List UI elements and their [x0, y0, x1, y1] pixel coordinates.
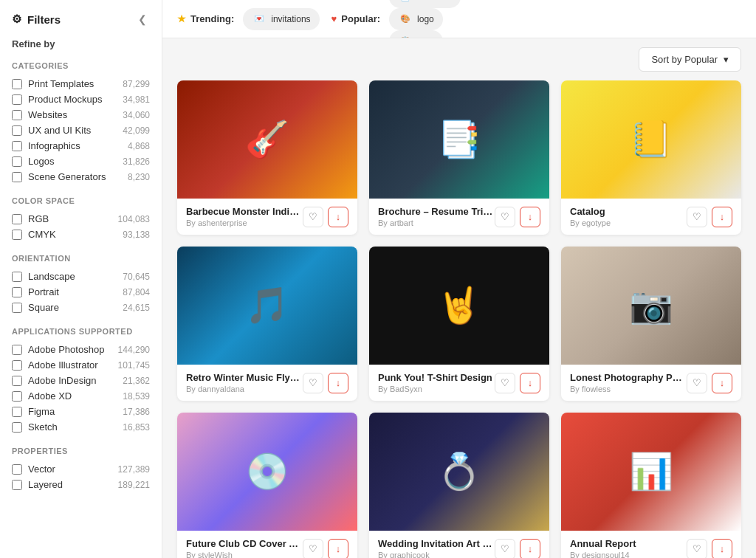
popular-tag-chip[interactable]: 📄brochure [389, 0, 461, 8]
filter-item[interactable]: Websites 34,060 [12, 107, 150, 123]
filter-count: 104,083 [118, 214, 150, 224]
filter-item[interactable]: Adobe InDesign 21,362 [12, 373, 150, 388]
filter-checkbox[interactable] [12, 125, 22, 136]
filter-item[interactable]: Scene Generators 8,230 [12, 169, 150, 185]
filter-checkbox[interactable] [12, 464, 22, 475]
filter-item[interactable]: Layered 189,221 [12, 477, 150, 492]
download-button[interactable]: ↓ [520, 539, 540, 559]
filter-item[interactable]: Sketch 16,853 [12, 419, 150, 435]
download-button[interactable]: ↓ [520, 207, 540, 227]
filter-item-name: Adobe Photoshop [28, 344, 104, 355]
bookmark-button[interactable]: ♡ [303, 373, 323, 393]
download-button[interactable]: ↓ [712, 539, 732, 559]
filter-count: 21,362 [123, 376, 150, 386]
card-actions: ♡ ↓ [303, 539, 348, 559]
filter-item-name: Square [28, 302, 59, 313]
card[interactable]: 💿 Future Club CD Cover Artwork By styleW… [177, 413, 357, 558]
trending-chips: 💌invitations [243, 8, 319, 30]
filter-item[interactable]: Product Mockups 34,981 [12, 92, 150, 107]
filter-item[interactable]: Adobe Illustrator 101,745 [12, 357, 150, 373]
sort-dropdown[interactable]: Sort by Popular ▾ [639, 47, 741, 72]
filter-checkbox[interactable] [12, 141, 22, 151]
card-info: Wedding Invitation Art Deco By graphicoo… [378, 538, 495, 558]
card[interactable]: 🤘 Punk You! T-Shirt Design By BadSyxn ♡ … [369, 247, 549, 401]
filter-item-name: Sketch [28, 421, 58, 433]
filter-item[interactable]: Figma 17,386 [12, 404, 150, 419]
card-info: Barbecue Monster Indie Rock Flyer By ash… [186, 206, 303, 227]
filter-checkbox[interactable] [12, 480, 22, 490]
download-button[interactable]: ↓ [328, 373, 348, 393]
filter-checkbox[interactable] [12, 303, 22, 313]
filter-checkbox[interactable] [12, 345, 22, 355]
bookmark-button[interactable]: ♡ [303, 207, 323, 227]
filter-item[interactable]: Vector 127,389 [12, 461, 150, 477]
card[interactable]: 📊 Annual Report By designsoul14 ♡ ↓ [561, 413, 741, 558]
download-button[interactable]: ↓ [520, 373, 540, 393]
card[interactable]: 🎸 Barbecue Monster Indie Rock Flyer By a… [177, 80, 357, 235]
filter-checkbox[interactable] [12, 94, 22, 105]
card-footer: Punk You! T-Shirt Design By BadSyxn ♡ ↓ [369, 365, 549, 401]
filter-item[interactable]: Adobe XD 18,539 [12, 388, 150, 404]
filter-item-name: Layered [28, 479, 63, 490]
card[interactable]: 📷 Lonest Photography Portfolio By flowle… [561, 247, 741, 401]
filter-count: 87,299 [123, 79, 150, 89]
filter-checkbox[interactable] [12, 110, 22, 120]
filter-item-name: Adobe Illustrator [28, 359, 98, 371]
sidebar-collapse-button[interactable]: ❮ [135, 12, 150, 27]
filter-checkbox[interactable] [12, 272, 22, 282]
filter-checkbox[interactable] [12, 360, 22, 371]
filter-item[interactable]: Portrait 87,804 [12, 284, 150, 300]
card[interactable]: 🎵 Retro Winter Music Flyer Set By dannya… [177, 247, 357, 401]
card[interactable]: 📑 Brochure – Resume Tri-Fold By artbart … [369, 80, 549, 235]
filter-checkbox[interactable] [12, 407, 22, 417]
tag-icon: 💌 [252, 12, 267, 27]
card-author: By dannyaldana [186, 385, 303, 393]
popular-tag-chip[interactable]: 🎨logo [389, 8, 443, 30]
filter-item[interactable]: Print Templates 87,299 [12, 76, 150, 92]
filter-item[interactable]: Adobe Photoshop 144,290 [12, 342, 150, 357]
bookmark-button[interactable]: ♡ [687, 539, 707, 559]
bookmark-button[interactable]: ♡ [495, 539, 515, 559]
card-info: Lonest Photography Portfolio By flowless [570, 372, 687, 393]
filter-item-name: Infographics [28, 140, 80, 151]
filter-item[interactable]: Infographics 4,868 [12, 138, 150, 154]
download-button[interactable]: ↓ [328, 207, 348, 227]
download-button[interactable]: ↓ [712, 207, 732, 227]
filter-item[interactable]: Square 24,615 [12, 300, 150, 315]
popular-label: ♥ Popular: [331, 13, 380, 24]
bookmark-button[interactable]: ♡ [495, 373, 515, 393]
filter-item[interactable]: RGB 104,083 [12, 211, 150, 227]
filter-checkbox[interactable] [12, 214, 22, 224]
bookmark-button[interactable]: ♡ [495, 207, 515, 227]
sidebar-section-title: Categories [12, 61, 150, 70]
bookmark-button[interactable]: ♡ [687, 207, 707, 227]
popular-tag-chip[interactable]: 📋flyer [389, 30, 443, 39]
filter-checkbox[interactable] [12, 172, 22, 182]
download-button[interactable]: ↓ [328, 539, 348, 559]
filter-checkbox[interactable] [12, 376, 22, 386]
filter-checkbox[interactable] [12, 422, 22, 433]
filter-checkbox[interactable] [12, 287, 22, 297]
filter-item[interactable]: Logos 31,826 [12, 154, 150, 169]
card[interactable]: 💍 Wedding Invitation Art Deco By graphic… [369, 413, 549, 558]
trending-tag-chip[interactable]: 💌invitations [243, 8, 319, 30]
sidebar-title-group: ⚙ Filters [12, 13, 61, 26]
card-title: Retro Winter Music Flyer Set [186, 372, 303, 383]
bookmark-button[interactable]: ♡ [687, 373, 707, 393]
filter-item[interactable]: CMYK 93,138 [12, 227, 150, 242]
filter-checkbox[interactable] [12, 391, 22, 402]
filter-checkbox[interactable] [12, 230, 22, 240]
filter-item-name: Landscape [28, 271, 75, 282]
card-image-bg: 🎸 [177, 80, 357, 199]
card-image-bg: 💍 [369, 413, 549, 531]
filter-item[interactable]: UX and UI Kits 42,099 [12, 123, 150, 138]
filter-checkbox[interactable] [12, 79, 22, 89]
card-image-bg: 📒 [561, 80, 741, 199]
card[interactable]: 📒 Catalog By egotype ♡ ↓ [561, 80, 741, 235]
bookmark-button[interactable]: ♡ [303, 539, 323, 559]
filter-item[interactable]: Landscape 70,645 [12, 269, 150, 284]
download-button[interactable]: ↓ [712, 373, 732, 393]
filter-checkbox[interactable] [12, 156, 22, 167]
filter-count: 34,981 [123, 94, 150, 105]
card-actions: ♡ ↓ [687, 207, 732, 227]
